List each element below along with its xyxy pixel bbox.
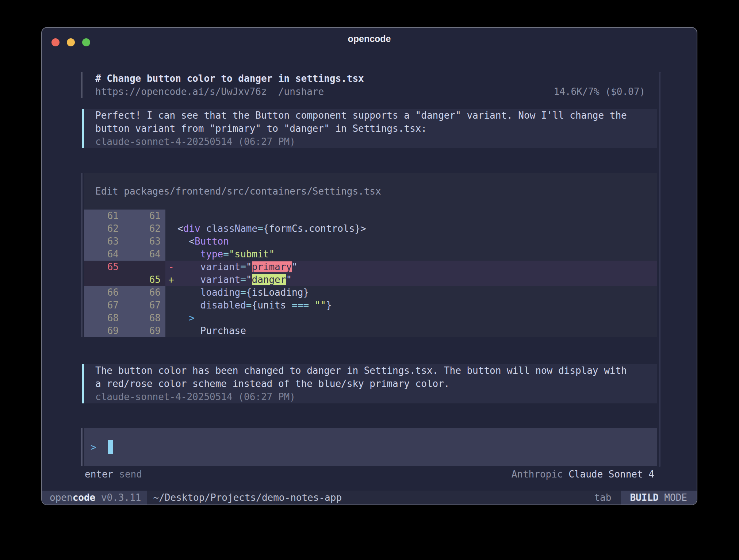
enter-key-hint: enter (85, 468, 113, 481)
code-line (177, 210, 657, 222)
diff-marker (165, 235, 177, 248)
header-left-border (81, 72, 83, 98)
new-line-number: 61 (119, 210, 161, 222)
mode-name: BUILD (630, 492, 658, 503)
diff-row-ctx: 6262<div className={formCs.controls}> (84, 222, 657, 235)
prompt-chevron: > (91, 442, 102, 453)
diff-marker (165, 222, 177, 235)
diff-row-ctx: 6666 loading={isLoading} (84, 286, 657, 299)
diff-marker (165, 248, 177, 261)
app-name-suffix: code (73, 492, 96, 503)
app-name-prefix: open (50, 492, 73, 503)
old-line-number: 61 (84, 210, 119, 222)
message-meta: claude-sonnet-4-20250514 (06:27 PM) (95, 390, 657, 403)
edit-left-border (81, 173, 83, 337)
session-header: # Change button color to danger in setti… (84, 72, 657, 98)
diff-marker (165, 299, 177, 312)
diff-marker: - (165, 261, 177, 273)
diff-row-ctx: 6363 <Button (84, 235, 657, 248)
edit-title: Edit packages/frontend/src/containers/Se… (84, 173, 657, 210)
message-line: button variant from "primary" to "danger… (95, 122, 657, 135)
message-meta: claude-sonnet-4-20250514 (06:27 PM) (95, 135, 657, 148)
working-directory: ~/Desktop/Projects/demo-notes-app (153, 492, 342, 503)
old-line-number: 64 (84, 248, 119, 261)
opencode-window: opencode # Change button color to danger… (41, 27, 697, 505)
context-stats: 14.6K/7% ($0.07) (554, 85, 645, 98)
edit-tool-card: Edit packages/frontend/src/containers/Se… (84, 173, 657, 337)
new-line-number: 63 (119, 235, 161, 248)
diff-marker (165, 312, 177, 325)
input-left-border (81, 428, 83, 466)
diff-marker: + (165, 273, 177, 286)
message-line: Perfect! I can see that the Button compo… (95, 109, 657, 122)
code-line: disabled={units === ""} (177, 299, 657, 312)
zoom-window-button[interactable] (82, 38, 90, 46)
new-line-number: 69 (119, 325, 161, 337)
prompt-input[interactable]: > (84, 428, 657, 466)
diff-row-ctx: 6161 (84, 210, 657, 222)
code-line: type="submit" (177, 248, 657, 261)
message-text: Perfect! I can see that the Button compo… (95, 109, 657, 135)
diff-marker (165, 286, 177, 299)
assistant-message: Perfect! I can see that the Button compo… (82, 109, 657, 148)
message-text: The button color has been changed to dan… (95, 364, 657, 390)
code-line: variant="danger" (177, 273, 657, 286)
old-line-number: 63 (84, 235, 119, 248)
old-line-number: 65 (84, 261, 119, 273)
model-label: Claude Sonnet 4 (568, 468, 654, 481)
assistant-message: The button color has been changed to dan… (82, 364, 657, 403)
new-line-number: 65 (119, 273, 161, 286)
diff-row-ctx: 6868 > (84, 312, 657, 325)
code-line: Purchase (177, 325, 657, 337)
diff-marker (165, 325, 177, 337)
diff-row-ctx: 6969 Purchase (84, 325, 657, 337)
diff-row-ctx: 6767 disabled={units === ""} (84, 299, 657, 312)
window-title: opencode (42, 28, 697, 50)
scrollbar-track[interactable] (659, 72, 660, 467)
old-line-number: 67 (84, 299, 119, 312)
code-line: loading={isLoading} (177, 286, 657, 299)
diff-row-del: 65- variant="primary" (84, 261, 657, 273)
old-line-number (84, 273, 119, 286)
tab-key-hint: tab (594, 492, 611, 503)
new-line-number: 67 (119, 299, 161, 312)
session-content: # Change button color to danger in setti… (42, 72, 697, 481)
new-line-number: 66 (119, 286, 161, 299)
provider-label: Anthropic (512, 468, 563, 481)
code-line: variant="primary" (177, 261, 657, 273)
code-line: <div className={formCs.controls}> (177, 222, 657, 235)
session-title: # Change button color to danger in setti… (95, 72, 645, 85)
mode-suffix: MODE (659, 492, 687, 503)
message-line: The button color has been changed to dan… (95, 364, 657, 377)
new-line-number (119, 261, 161, 273)
old-line-number: 68 (84, 312, 119, 325)
old-line-number: 66 (84, 286, 119, 299)
app-version: v0.3.11 (95, 492, 141, 503)
unshare-command[interactable]: /unshare (278, 85, 324, 98)
send-action-hint: send (119, 468, 142, 481)
diff-marker (165, 210, 177, 222)
close-window-button[interactable] (51, 38, 60, 46)
new-line-number: 64 (119, 248, 161, 261)
app-version-chip: opencode v0.3.11 (42, 491, 147, 505)
titlebar: opencode (42, 28, 697, 50)
share-url[interactable]: https://opencode.ai/s/UwJxv76z (95, 85, 267, 98)
new-line-number: 68 (119, 312, 161, 325)
code-line: > (177, 312, 657, 325)
diff-row-ctx: 6464 type="submit" (84, 248, 657, 261)
diff-table: 61616262<div className={formCs.controls}… (84, 210, 657, 337)
text-cursor[interactable] (108, 440, 113, 454)
minimize-window-button[interactable] (67, 38, 75, 46)
message-line: a red/rose color scheme instead of the b… (95, 377, 657, 390)
hint-row: enter send Anthropic Claude Sonnet 4 (82, 468, 657, 481)
old-line-number: 62 (84, 222, 119, 235)
status-bar: opencode v0.3.11 ~/Desktop/Projects/demo… (42, 491, 697, 505)
diff-row-add: 65+ variant="danger" (84, 273, 657, 286)
traffic-lights (51, 38, 90, 46)
code-line: <Button (177, 235, 657, 248)
old-line-number: 69 (84, 325, 119, 337)
mode-toggle-chip[interactable]: BUILD MODE (621, 491, 697, 505)
new-line-number: 62 (119, 222, 161, 235)
